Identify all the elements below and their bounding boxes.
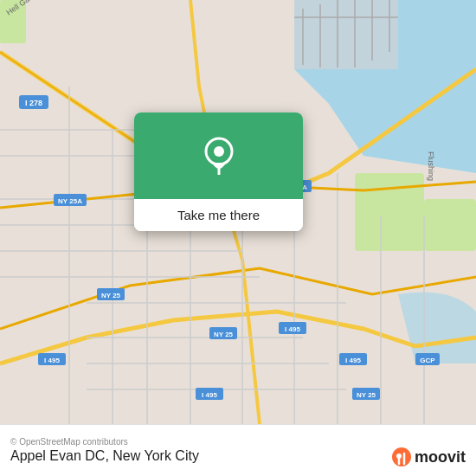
svg-point-59 <box>392 447 411 466</box>
svg-text:NY 25: NY 25 <box>101 292 121 299</box>
svg-text:Flushing: Flushing <box>427 151 435 181</box>
svg-text:GCP: GCP <box>420 357 435 364</box>
map-container[interactable]: I 278 GCP NY 25A NY 25A NY 25 NY 25 I 49… <box>0 0 476 424</box>
moovit-brand-text: moovit <box>415 448 466 466</box>
svg-text:I 495: I 495 <box>345 357 361 364</box>
moovit-icon <box>391 447 412 467</box>
svg-text:I 495: I 495 <box>285 325 300 333</box>
map-attribution: © OpenStreetMap contributors <box>10 437 466 447</box>
svg-point-58 <box>214 146 224 157</box>
svg-text:NY 25: NY 25 <box>214 331 234 338</box>
moovit-logo: moovit <box>391 447 466 467</box>
bottom-bar: © OpenStreetMap contributors Appel Evan … <box>0 424 476 476</box>
svg-text:I 278: I 278 <box>25 99 42 107</box>
location-popup: Take me there <box>134 113 303 231</box>
svg-rect-4 <box>294 0 398 69</box>
svg-text:NY 25: NY 25 <box>357 391 376 399</box>
popup-header <box>134 113 303 199</box>
svg-text:I 495: I 495 <box>44 357 60 364</box>
take-me-there-button[interactable]: Take me there <box>134 199 303 231</box>
location-pin-icon <box>200 137 238 175</box>
svg-rect-2 <box>424 199 476 251</box>
svg-text:NY 25A: NY 25A <box>58 197 82 205</box>
svg-text:I 495: I 495 <box>202 391 217 399</box>
svg-rect-1 <box>355 173 424 251</box>
